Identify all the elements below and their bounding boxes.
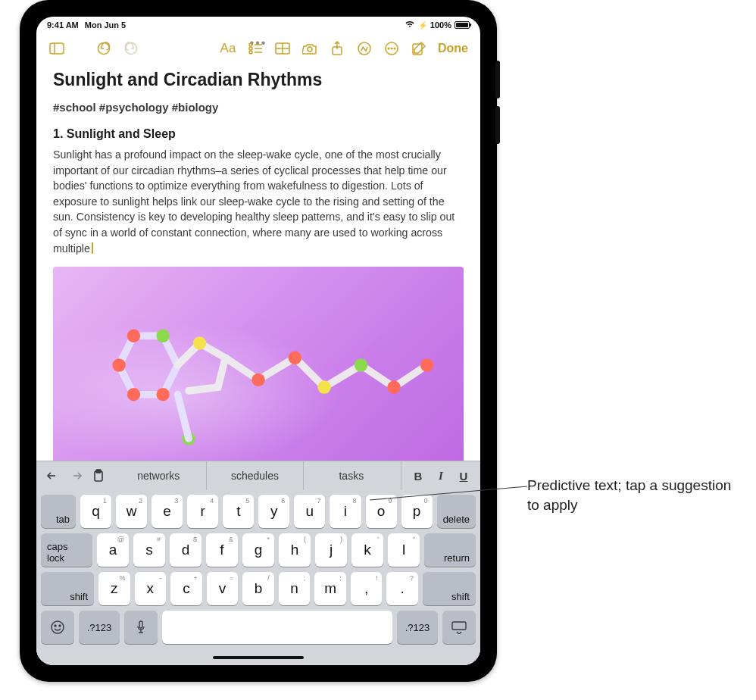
svg-point-6	[249, 47, 252, 50]
key-n[interactable]: ;n	[279, 572, 311, 605]
key-j[interactable]: )j	[315, 533, 347, 567]
note-heading-1: 1. Sunlight and Sleep	[53, 127, 464, 141]
key-s[interactable]: #s	[133, 533, 165, 567]
svg-point-4	[249, 43, 252, 46]
status-time: 9:41 AM	[47, 20, 79, 30]
svg-point-17	[388, 48, 389, 49]
key-b[interactable]: /b	[242, 572, 274, 605]
dismiss-keyboard-key[interactable]	[442, 611, 476, 644]
key-m[interactable]: :m	[314, 572, 346, 605]
battery-icon	[455, 21, 470, 29]
key-l[interactable]: "l	[388, 533, 420, 567]
more-button[interactable]	[380, 37, 403, 60]
share-button[interactable]	[326, 37, 348, 60]
keyboard-area: networks schedules tasks B I U tab 1q 2w	[36, 461, 480, 665]
spacebar-key[interactable]	[162, 611, 392, 644]
svg-point-13	[308, 47, 312, 52]
numsym-key-left[interactable]: .?123	[79, 611, 120, 644]
home-indicator[interactable]	[36, 650, 480, 665]
bold-button[interactable]: B	[411, 470, 426, 483]
key-k[interactable]: 'k	[351, 533, 383, 567]
prediction-1[interactable]: networks	[111, 461, 206, 490]
done-button[interactable]: Done	[435, 42, 471, 55]
checklist-button[interactable]	[244, 37, 267, 60]
key-z[interactable]: %z	[98, 572, 130, 605]
svg-rect-41	[139, 621, 142, 628]
delete-key[interactable]: delete	[437, 495, 476, 528]
key-v[interactable]: =v	[207, 572, 239, 605]
svg-line-35	[178, 395, 189, 439]
svg-point-27	[193, 336, 206, 349]
svg-point-25	[156, 388, 169, 401]
note-tags: #school #psychology #biology	[53, 101, 464, 114]
svg-point-38	[52, 621, 64, 633]
kb-redo-button[interactable]	[65, 465, 86, 486]
note-body[interactable]: Sunlight and Circadian Rhythms #school #…	[36, 64, 480, 461]
emoji-key[interactable]	[41, 611, 74, 644]
svg-point-33	[420, 358, 433, 371]
screen: 9:41 AM Mon Jun 5 ⚡ 100% •••	[36, 17, 480, 665]
key-o[interactable]: 9o	[366, 495, 397, 528]
text-format-button[interactable]: Aa	[217, 37, 239, 60]
key-c[interactable]: +c	[170, 572, 202, 605]
sidebar-toggle-button[interactable]	[45, 37, 68, 60]
note-image-molecule[interactable]	[53, 267, 464, 461]
capslock-key[interactable]: caps lock	[41, 533, 92, 567]
redo-button[interactable]	[120, 37, 142, 60]
key-a[interactable]: @a	[97, 533, 129, 567]
svg-point-29	[289, 352, 301, 364]
markup-button[interactable]	[353, 37, 376, 60]
key-q[interactable]: 1q	[80, 495, 111, 528]
numsym-key-right[interactable]: .?123	[397, 611, 438, 644]
svg-point-32	[387, 380, 400, 393]
callout-text: Predictive text; tap a suggestion to app…	[527, 476, 732, 514]
camera-button[interactable]	[298, 37, 321, 60]
svg-point-31	[355, 358, 367, 371]
key-x[interactable]: -x	[135, 572, 167, 605]
key-p[interactable]: 0p	[401, 495, 433, 528]
table-button[interactable]	[271, 37, 294, 60]
key-f[interactable]: &f	[206, 533, 238, 567]
shift-key-right[interactable]: shift	[423, 572, 476, 605]
shift-key-left[interactable]: shift	[41, 572, 94, 605]
ipad-frame: 9:41 AM Mon Jun 5 ⚡ 100% •••	[20, 0, 497, 682]
kb-clipboard-button[interactable]	[88, 465, 109, 486]
svg-point-18	[391, 48, 392, 49]
key-i[interactable]: 8i	[330, 495, 361, 528]
tab-key[interactable]: tab	[41, 495, 76, 528]
svg-rect-37	[96, 470, 101, 473]
kb-undo-button[interactable]	[42, 465, 64, 486]
key-e[interactable]: 3e	[152, 495, 183, 528]
key-h[interactable]: (h	[279, 533, 311, 567]
svg-marker-21	[119, 336, 177, 394]
key-d[interactable]: $d	[170, 533, 201, 567]
onscreen-keyboard: tab 1q 2w 3e 4r 5t 6y 7u 8i 9o 0p delete	[36, 490, 480, 650]
key-period[interactable]: ?.	[386, 572, 418, 605]
key-y[interactable]: 6y	[258, 495, 289, 528]
compose-button[interactable]	[408, 37, 430, 60]
key-comma[interactable]: !,	[351, 572, 383, 605]
svg-point-26	[127, 388, 140, 401]
note-paragraph: Sunlight has a profound impact on the sl…	[53, 147, 464, 256]
prediction-3[interactable]: tasks	[303, 461, 399, 490]
svg-point-28	[251, 373, 264, 386]
key-r[interactable]: 4r	[187, 495, 218, 528]
note-title: Sunlight and Circadian Rhythms	[53, 70, 464, 90]
undo-button[interactable]	[92, 37, 115, 60]
italic-button[interactable]: I	[433, 470, 448, 483]
svg-point-19	[394, 48, 395, 49]
svg-rect-42	[452, 622, 466, 630]
svg-point-23	[127, 330, 140, 342]
prediction-2[interactable]: schedules	[206, 461, 302, 490]
underline-button[interactable]: U	[456, 470, 471, 483]
return-key[interactable]: return	[424, 533, 476, 567]
text-cursor	[92, 242, 93, 254]
key-w[interactable]: 2w	[116, 495, 147, 528]
key-t[interactable]: 5t	[223, 495, 254, 528]
notes-toolbar: Aa	[36, 33, 480, 64]
key-g[interactable]: *g	[242, 533, 274, 567]
svg-point-39	[55, 625, 56, 627]
volume-down-button	[495, 106, 500, 144]
key-u[interactable]: 7u	[294, 495, 325, 528]
dictation-key[interactable]	[124, 611, 158, 644]
